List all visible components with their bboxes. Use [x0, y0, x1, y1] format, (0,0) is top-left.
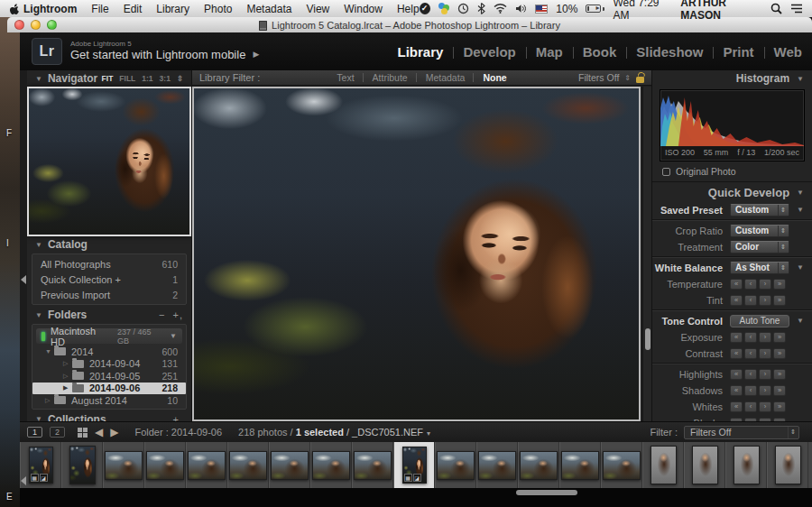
- filmstrip-thumbnail[interactable]: ▦ ◪: [186, 442, 227, 488]
- select-stepper-icon[interactable]: ⇕: [778, 242, 788, 253]
- auto-tone-button[interactable]: Auto Tone: [730, 315, 789, 327]
- big-increase-button[interactable]: »: [773, 332, 786, 343]
- thumbnail-image[interactable]: ▦ ◪: [229, 451, 267, 480]
- adjustment-badge-icon[interactable]: ◪: [413, 474, 421, 482]
- add-folder-button[interactable]: +,: [173, 309, 183, 320]
- increase-button[interactable]: ›: [759, 295, 771, 306]
- thumbnail-image[interactable]: ▦ ◪: [69, 446, 96, 484]
- filter-option[interactable]: Text: [328, 72, 363, 83]
- decrease-button[interactable]: ‹: [744, 295, 757, 306]
- catalog-item[interactable]: Quick Collection + 1: [32, 272, 186, 287]
- big-decrease-button[interactable]: «: [730, 385, 743, 396]
- filter-option[interactable]: Attribute: [364, 72, 417, 83]
- filmstrip-scrollbar[interactable]: [516, 490, 577, 495]
- increase-button[interactable]: ›: [759, 385, 771, 396]
- loupe-photo[interactable]: [194, 88, 639, 419]
- zoom-3-1-button[interactable]: 3:1: [160, 74, 171, 83]
- filmstrip-thumbnail[interactable]: ▦ ◪: [435, 442, 476, 488]
- filter-option[interactable]: Metadata: [417, 72, 475, 83]
- promo-arrow-icon[interactable]: ▶: [253, 51, 259, 60]
- folder-row[interactable]: ▶ 2014-09-06 218: [32, 383, 186, 395]
- big-increase-button[interactable]: »: [773, 295, 786, 306]
- folder-row[interactable]: ▷ August 2014 10: [32, 394, 186, 407]
- zoom-fill-button[interactable]: FILL: [119, 74, 135, 83]
- folder-row[interactable]: ▼ 2014 600: [32, 346, 186, 358]
- filmstrip-thumbnail[interactable]: ▦ ◪: [476, 442, 518, 488]
- catalog-item[interactable]: All Photographs 610: [32, 256, 186, 272]
- filmstrip-thumbnail[interactable]: ▦ ◪: [310, 442, 352, 488]
- filmstrip-thumbnail[interactable]: ▦ ◪: [684, 442, 725, 488]
- menu-item[interactable]: Library: [156, 3, 189, 15]
- expand-arrow-icon[interactable]: ▼: [45, 348, 54, 355]
- filmstrip-thumbnail[interactable]: ▦ ◪: [725, 442, 767, 488]
- grid-view-icon[interactable]: [78, 428, 88, 438]
- volume-icon[interactable]: [515, 3, 527, 15]
- treatment-select[interactable]: Color⇕: [730, 241, 789, 254]
- menu-item[interactable]: File: [91, 3, 108, 15]
- filter-lock-icon[interactable]: [636, 77, 644, 83]
- expand-arrow-icon[interactable]: ▷: [45, 397, 54, 404]
- filmstrip-thumbnail[interactable]: ▦ ◪: [103, 442, 144, 488]
- volume-collapse-icon[interactable]: ▼: [170, 332, 177, 340]
- folder-row[interactable]: ▷ 2014-09-05 251: [32, 370, 186, 383]
- add-collection-button[interactable]: +,: [173, 414, 183, 422]
- crop-badge-icon[interactable]: ▦: [404, 474, 412, 482]
- select-stepper-icon[interactable]: ⇕: [788, 427, 798, 438]
- white-balance-select[interactable]: As Shot⇕: [730, 262, 789, 274]
- catalog-header[interactable]: ▼ Catalog: [27, 236, 191, 253]
- main-window-button[interactable]: 1: [27, 427, 42, 438]
- check-circle-icon[interactable]: ✓: [420, 3, 430, 14]
- folder-row[interactable]: ▷ 2014-09-04 131: [32, 358, 186, 371]
- input-language-flag-icon[interactable]: [535, 5, 548, 14]
- selection-info[interactable]: 218 photos / 1 selected / _DSC7051.NEF▾: [238, 427, 430, 438]
- decrease-button[interactable]: ‹: [744, 279, 757, 290]
- big-increase-button[interactable]: »: [773, 348, 786, 359]
- filmstrip-thumbnail[interactable]: ▦ ◪: [393, 442, 435, 488]
- zoom-swap-icon[interactable]: ⇕: [177, 74, 183, 83]
- menu-item[interactable]: Window: [344, 3, 383, 15]
- thumbnail-image[interactable]: ▦ ◪: [478, 451, 516, 480]
- adjustment-badge-icon[interactable]: ◪: [40, 474, 48, 482]
- collections-header[interactable]: ▼ Collections +,: [27, 411, 191, 422]
- scrollbar-thumb[interactable]: [645, 328, 651, 350]
- navigator-header[interactable]: ▼ Navigator FIT FILL 1:1 3:1 ⇕: [27, 70, 191, 87]
- zoom-1-1-button[interactable]: 1:1: [142, 74, 152, 83]
- expand-arrow-icon[interactable]: ▷: [63, 373, 72, 380]
- crop-badge-icon[interactable]: ▦: [31, 474, 39, 482]
- decrease-button[interactable]: ‹: [744, 369, 757, 380]
- select-stepper-icon[interactable]: ⇕: [778, 226, 788, 236]
- module-tab[interactable]: Slideshow: [626, 44, 713, 60]
- filmstrip-thumbnail[interactable]: ▦ ◪: [601, 442, 642, 488]
- menu-clock[interactable]: Wed 7:29 AM: [613, 0, 672, 22]
- filmstrip-thumbnail[interactable]: ▦ ◪: [352, 442, 393, 488]
- module-tab[interactable]: Web: [764, 44, 812, 60]
- menu-item[interactable]: Metadata: [246, 3, 291, 15]
- quick-develop-header[interactable]: Quick Develop ▼: [652, 181, 812, 200]
- decrease-button[interactable]: ‹: [744, 385, 757, 396]
- increase-button[interactable]: ›: [759, 279, 771, 290]
- module-tab[interactable]: Print: [713, 44, 763, 60]
- increase-button[interactable]: ›: [759, 332, 771, 343]
- thumbnail-image[interactable]: ▦ ◪: [775, 446, 801, 484]
- filmstrip-thumbnail[interactable]: ▦ ◪: [642, 442, 684, 488]
- decrease-button[interactable]: ‹: [744, 348, 757, 359]
- menu-item[interactable]: Photo: [204, 3, 232, 15]
- big-decrease-button[interactable]: «: [730, 279, 743, 290]
- module-tab[interactable]: Develop: [453, 44, 525, 60]
- thumbnail-image[interactable]: ▦ ◪: [437, 451, 475, 480]
- caret-down-icon[interactable]: ▾: [427, 429, 430, 438]
- expand-arrow-icon[interactable]: ▷: [63, 360, 72, 367]
- catalog-item[interactable]: Previous Import 2: [32, 287, 186, 302]
- thumbnail-image[interactable]: ▦ ◪: [271, 451, 309, 480]
- previous-photo-icon[interactable]: ◀: [95, 426, 103, 438]
- increase-button[interactable]: ›: [759, 369, 771, 380]
- collapse-filmstrip-icon[interactable]: [21, 476, 26, 485]
- filmstrip-thumbnail[interactable]: ▦ ◪: [269, 442, 310, 488]
- volume-bar[interactable]: Macintosh HD 237 / 465 GB ▼: [36, 328, 182, 344]
- filmstrip-thumbnail[interactable]: ▦ ◪: [518, 442, 559, 488]
- filmstrip-thumbnail[interactable]: ▦ ◪: [144, 442, 186, 488]
- thumbnail-image[interactable]: ▦ ◪: [402, 447, 427, 484]
- thumbnail-image[interactable]: ▦ ◪: [354, 451, 392, 480]
- module-tab[interactable]: Map: [526, 44, 573, 60]
- thumbnail-image[interactable]: ▦ ◪: [188, 451, 226, 480]
